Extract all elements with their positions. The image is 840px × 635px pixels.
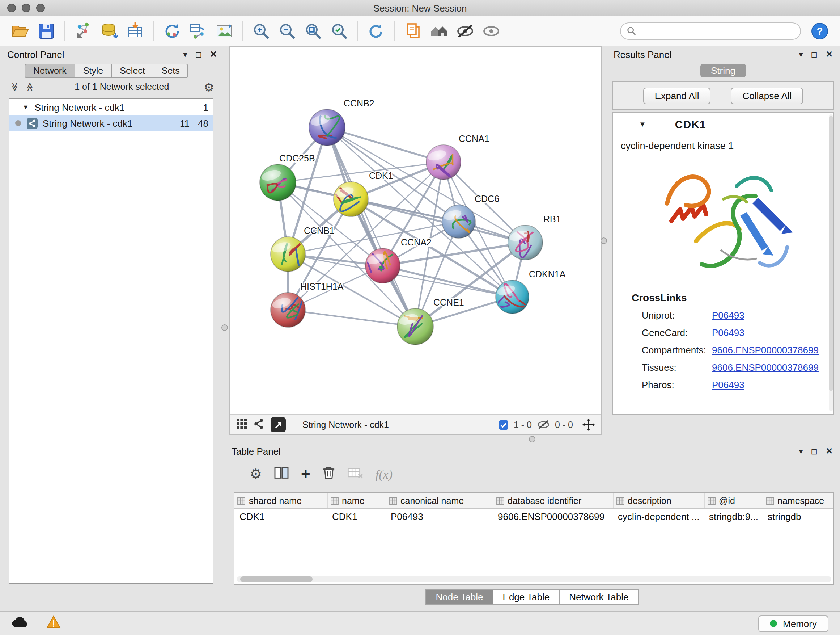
network-canvas[interactable]: CCNB2CCNA1CDC25BCDK1CDC6RB1CCNB1CCNA2CDK… (230, 47, 601, 414)
float-panel-icon[interactable]: ▾ (799, 447, 803, 455)
cell-canonical-name[interactable]: P06493 (386, 509, 493, 524)
crosslink-link[interactable]: P06493 (712, 310, 745, 321)
collapse-all-networks-icon[interactable]: ≪ (25, 82, 35, 91)
horizontal-scrollbar[interactable] (237, 576, 831, 582)
vertical-splitter-handle[interactable] (600, 238, 607, 244)
cell-name[interactable]: CDK1 (327, 509, 386, 524)
memory-button[interactable]: Memory (758, 615, 829, 632)
zoom-in-icon[interactable] (248, 19, 274, 43)
column-header[interactable]: database identifier (493, 493, 613, 509)
open-session-icon[interactable] (7, 19, 33, 43)
table-header-row: shared name name canonical name database… (234, 493, 834, 509)
warning-icon[interactable] (46, 616, 61, 631)
table-options-gear-icon[interactable]: ⚙ (249, 466, 262, 482)
cell-shared-name[interactable]: CDK1 (234, 509, 327, 524)
save-session-icon[interactable] (33, 19, 59, 43)
collapse-all-button[interactable]: Collapse All (731, 87, 804, 104)
tab-network-table[interactable]: Network Table (560, 589, 638, 605)
zoom-window-button[interactable] (36, 4, 45, 12)
collapse-triangle-icon[interactable]: ▼ (639, 120, 646, 128)
tab-style[interactable]: Style (75, 64, 112, 78)
collapse-triangle-icon[interactable]: ▼ (22, 103, 29, 111)
table-row[interactable]: CDK1 CDK1 P06493 9606.ENSP00000378699 cy… (234, 509, 834, 524)
show-columns-icon[interactable] (274, 466, 289, 482)
table-panel-title: Table Panel (232, 446, 281, 456)
selected-checkbox-icon[interactable] (499, 420, 508, 430)
column-header[interactable]: shared name (234, 493, 327, 509)
new-network-icon[interactable] (159, 19, 185, 43)
copy-icon[interactable] (400, 19, 426, 43)
float-panel-icon[interactable]: ▾ (183, 50, 187, 58)
hide-selected-eye-icon[interactable] (452, 19, 478, 43)
maximize-panel-icon[interactable]: ◻ (811, 50, 818, 58)
help-icon[interactable]: ? (807, 19, 833, 43)
gene-header-row[interactable]: ▼ CDK1 (613, 113, 834, 135)
close-window-button[interactable] (7, 4, 16, 12)
crosslink-label: Compartments: (642, 345, 712, 356)
column-header[interactable]: canonical name (386, 493, 493, 509)
crosslink-link[interactable]: 9606.ENSP00000378699 (712, 345, 819, 356)
cell-description[interactable]: cyclin-dependent ... (613, 509, 704, 524)
cell-database-identifier[interactable]: 9606.ENSP00000378699 (493, 509, 613, 524)
show-all-eye-icon[interactable] (478, 19, 504, 43)
cloud-status-icon[interactable] (11, 616, 29, 631)
network-share-icon[interactable] (253, 418, 264, 431)
export-image-icon[interactable] (211, 19, 237, 43)
tab-string[interactable]: String (700, 64, 746, 78)
zoom-out-icon[interactable] (274, 19, 300, 43)
column-header[interactable]: namespace (763, 493, 834, 509)
tab-select[interactable]: Select (112, 64, 154, 78)
close-panel-icon[interactable]: ✕ (210, 50, 217, 59)
status-bar: Memory (0, 611, 840, 635)
cell-id[interactable]: stringdb:9... (704, 509, 763, 524)
cell-namespace[interactable]: stringdb (763, 509, 834, 524)
hidden-eye-icon[interactable] (537, 420, 550, 429)
results-scrollbar-thumb[interactable] (829, 116, 833, 391)
column-header[interactable]: @id (704, 493, 763, 509)
crosslink-link[interactable]: P06493 (712, 327, 745, 338)
close-panel-icon[interactable]: ✕ (826, 447, 833, 455)
minimize-window-button[interactable] (22, 4, 30, 12)
horizontal-splitter-handle[interactable] (529, 436, 535, 442)
delete-column-trash-icon[interactable] (323, 466, 335, 482)
tab-edge-table[interactable]: Edge Table (493, 589, 560, 605)
search-field[interactable] (620, 22, 801, 40)
results-scrollbar[interactable] (829, 114, 833, 411)
zoom-fit-icon[interactable] (300, 19, 326, 43)
pan-move-icon[interactable] (583, 418, 595, 431)
network-view[interactable]: CCNB2CCNA1CDC25BCDK1CDC6RB1CCNB1CCNA2CDK… (229, 46, 602, 435)
network-row[interactable]: String Network - cdk1 11 48 (9, 115, 213, 131)
column-header[interactable]: name (327, 493, 386, 509)
refresh-icon[interactable] (363, 19, 389, 43)
function-builder-icon[interactable]: f(x) (376, 468, 393, 482)
tab-node-table[interactable]: Node Table (425, 589, 493, 605)
import-table-icon[interactable] (122, 19, 148, 43)
birdseye-grid-icon[interactable] (237, 418, 247, 431)
expand-all-networks-icon[interactable]: ≫ (10, 82, 20, 91)
open-in-window-icon[interactable] (271, 417, 286, 432)
network-options-gear-icon[interactable]: ⚙ (204, 80, 214, 94)
float-panel-icon[interactable]: ▾ (799, 50, 803, 58)
horizontal-scrollbar-thumb[interactable] (240, 576, 313, 582)
maximize-panel-icon[interactable]: ◻ (811, 447, 818, 455)
delete-table-icon[interactable] (347, 468, 363, 482)
search-input[interactable] (640, 25, 794, 36)
import-network-database-icon[interactable] (96, 19, 122, 43)
close-panel-icon[interactable]: ✕ (826, 50, 833, 59)
crosslink-link[interactable]: P06493 (712, 379, 745, 390)
vertical-splitter-handle[interactable] (221, 325, 228, 331)
network-collection-row[interactable]: ▼ String Network - cdk1 1 (9, 99, 213, 115)
zoom-selected-icon[interactable] (326, 19, 352, 43)
expand-all-button[interactable]: Expand All (643, 87, 711, 104)
tab-network[interactable]: Network (25, 64, 75, 78)
maximize-panel-icon[interactable]: ◻ (195, 50, 202, 58)
crosslink-link[interactable]: 9606.ENSP00000378699 (712, 362, 819, 373)
column-header[interactable]: description (613, 493, 704, 509)
tab-sets[interactable]: Sets (154, 64, 188, 78)
network-icon (27, 118, 38, 128)
import-network-file-icon[interactable] (70, 19, 96, 43)
create-column-plus-icon[interactable]: + (301, 466, 310, 482)
first-neighbors-icon[interactable] (426, 19, 452, 43)
new-network-from-table-icon[interactable] (185, 19, 211, 43)
node-table-container[interactable]: shared name name canonical name database… (234, 492, 834, 585)
